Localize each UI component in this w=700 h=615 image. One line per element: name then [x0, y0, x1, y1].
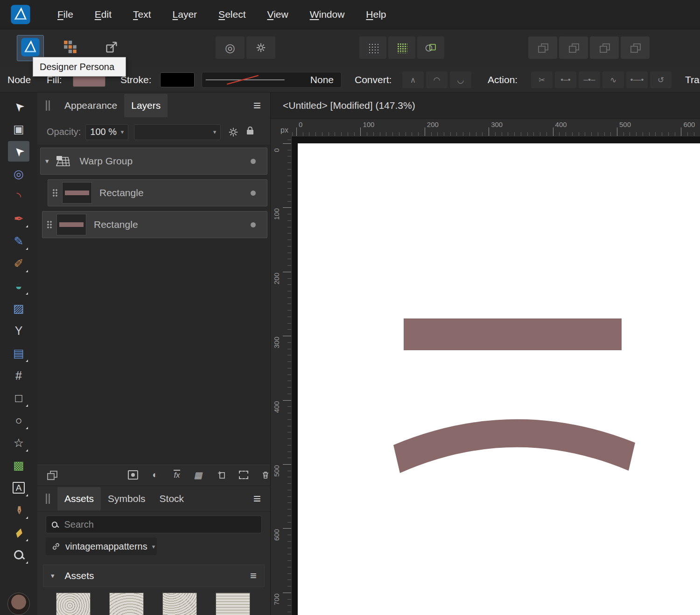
tab-layers[interactable]: Layers [124, 94, 168, 117]
stroke-swatch[interactable] [160, 72, 195, 87]
search-input[interactable] [63, 519, 256, 530]
close-curve-button[interactable]: •–• [555, 71, 576, 88]
asset-search[interactable] [46, 516, 262, 533]
menu-bar: FileEditTextLayerSelectViewWindowHelp [0, 0, 700, 29]
tab-appearance[interactable]: Appearance [57, 94, 124, 117]
curve-pressure-icon: ∿ [610, 75, 616, 85]
smooth-curve-button[interactable]: –•– [579, 71, 600, 88]
convert-to-sharp-button[interactable]: ∧ [402, 71, 424, 88]
panel-menu-button[interactable]: ≡ [253, 99, 261, 112]
document-page[interactable] [298, 143, 700, 615]
break-curve-icon: ✂ [539, 75, 545, 85]
color-picker-tool[interactable]: ✒ [8, 500, 29, 520]
layer-effects-button[interactable]: fx [169, 467, 185, 483]
curve-pressure-button[interactable]: ∿ [602, 71, 624, 88]
shape-builder-tool[interactable]: ▩ [8, 455, 29, 475]
fill-tool[interactable]: ◒ [8, 276, 29, 296]
asset-thumbnail-2[interactable] [109, 593, 144, 615]
panel-drag-handle-icon[interactable] [46, 494, 47, 504]
menu-select[interactable]: Select [208, 9, 256, 20]
menu-window[interactable]: Window [299, 9, 356, 20]
tab-assets[interactable]: Assets [57, 487, 101, 510]
layer-row-rectangle[interactable]: Rectangle [48, 179, 267, 206]
convert-to-smart-button[interactable]: ◡ [450, 71, 471, 88]
lock-icon[interactable] [247, 130, 253, 134]
layer-color-stripe [65, 191, 89, 195]
rectangle-shape[interactable] [404, 318, 622, 350]
layer-row-warp-group[interactable]: ▾Warp Group [40, 148, 267, 175]
pen-tool[interactable]: ✒ [8, 208, 29, 229]
move-forward-button[interactable] [559, 36, 588, 59]
layer-settings-gear-icon[interactable] [228, 127, 238, 137]
mesh-warp-button[interactable]: ▦ [191, 467, 207, 483]
corner-tool[interactable]: ◝ [8, 186, 29, 206]
horizontal-ruler[interactable]: 0100200300400500600 [292, 119, 700, 136]
add-layer-button[interactable] [214, 467, 230, 483]
tab-symbols[interactable]: Symbols [101, 487, 153, 510]
reverse-curve-button[interactable]: ↺ [650, 71, 672, 88]
chevron-down-icon[interactable]: ▾ [45, 157, 49, 165]
star-tool[interactable]: ☆ [8, 432, 29, 453]
snapping-options-button[interactable] [246, 36, 275, 59]
vertical-ruler[interactable]: 0100200300400500600700 [271, 136, 292, 615]
snapping-manager-button[interactable]: ◎ [216, 36, 245, 59]
asset-thumbnail-4[interactable] [216, 593, 250, 615]
assets-panel-menu-button[interactable]: ≡ [253, 492, 261, 505]
drag-handle-icon[interactable] [47, 220, 52, 229]
visibility-toggle[interactable] [251, 191, 256, 196]
layer-row-rectangle[interactable]: Rectangle [42, 211, 267, 238]
menu-file[interactable]: File [47, 9, 84, 20]
asset-thumbnail-1[interactable] [56, 593, 91, 615]
asset-thumbnail-3[interactable] [162, 593, 197, 615]
move-to-front-button[interactable] [528, 36, 557, 59]
duplicate-layers-button[interactable] [44, 467, 60, 483]
account-avatar[interactable] [7, 593, 30, 615]
visibility-toggle[interactable] [251, 159, 256, 164]
pencil-tool[interactable]: ✎ [8, 231, 29, 251]
place-image-tool[interactable]: ▤ [8, 343, 29, 363]
menu-help[interactable]: Help [355, 9, 397, 20]
node-tool[interactable]: ➤ [8, 141, 29, 162]
adjustment-layer-button[interactable]: ◐ [147, 467, 163, 483]
ruler-tool[interactable]: ▰ [8, 522, 29, 543]
join-curves-button[interactable]: •—• [626, 71, 648, 88]
assets-section-header[interactable]: ▾ Assets ≡ [43, 565, 265, 587]
menu-edit[interactable]: Edit [84, 9, 122, 20]
ellipse-tool[interactable]: ○ [8, 410, 29, 431]
gradient-tool[interactable]: ▨ [8, 298, 29, 318]
convert-to-smooth-button[interactable]: ◠ [426, 71, 448, 88]
text-tool[interactable]: A [8, 477, 29, 498]
pixel-grid-button[interactable] [388, 36, 415, 59]
app-logo-icon[interactable] [10, 4, 31, 25]
menu-text[interactable]: Text [122, 9, 162, 20]
move-to-back-button[interactable] [621, 36, 650, 59]
vector-crop-tool[interactable]: # [8, 365, 29, 386]
transparency-tool[interactable]: Y [8, 320, 29, 341]
blend-mode-select[interactable]: ▾ [134, 124, 221, 140]
add-pixel-layer-button[interactable] [236, 467, 252, 483]
zoom-tool[interactable] [8, 544, 29, 565]
move-tool[interactable]: ➤ [8, 96, 29, 117]
opacity-select[interactable]: 100 % ▾ [85, 124, 128, 140]
rectangle-tool[interactable]: □ [8, 388, 29, 408]
mask-layer-button[interactable] [125, 467, 141, 483]
asset-category-select[interactable]: vintagemappatterns ▾ [46, 537, 157, 555]
asset-tab-list: AssetsSymbolsStock [57, 487, 191, 510]
menu-view[interactable]: View [256, 9, 299, 20]
show-grid-button[interactable] [359, 36, 386, 59]
move-backward-button[interactable] [590, 36, 619, 59]
visibility-toggle[interactable] [251, 222, 256, 227]
tab-stock[interactable]: Stock [153, 487, 191, 510]
vector-brush-tool[interactable]: ✐ [8, 253, 29, 274]
shape-builder-button[interactable] [417, 36, 444, 59]
stroke-width-control[interactable]: None [202, 72, 342, 88]
assets-section-menu-button[interactable]: ≡ [250, 570, 257, 581]
document-viewport[interactable] [292, 136, 700, 615]
drag-handle-icon[interactable] [52, 189, 58, 197]
menu-layer[interactable]: Layer [162, 9, 208, 20]
ruler-unit[interactable]: px [271, 119, 292, 136]
panel-drag-handle-icon[interactable] [46, 100, 47, 111]
point-transform-tool[interactable]: ◎ [8, 163, 29, 184]
artboard-tool[interactable]: ▣ [8, 119, 29, 139]
break-curve-button[interactable]: ✂ [531, 71, 553, 88]
